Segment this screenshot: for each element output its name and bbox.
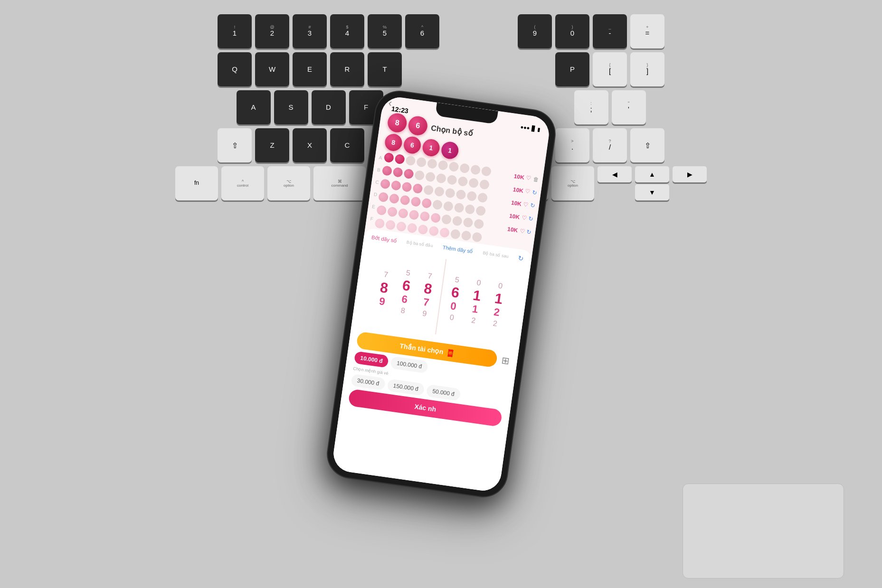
- dot-a10[interactable]: [481, 166, 492, 177]
- dot-f6[interactable]: [428, 226, 439, 237]
- key-q[interactable]: Q: [218, 52, 252, 86]
- key-arrow-right[interactable]: ▶: [673, 166, 707, 182]
- key-6[interactable]: ^6: [405, 14, 439, 48]
- key-shift-left[interactable]: ⇧: [218, 128, 252, 162]
- trash-icon-a[interactable]: 🗑: [532, 176, 539, 183]
- dot-e7[interactable]: [441, 214, 452, 225]
- dot-c10[interactable]: [477, 192, 488, 203]
- key-4[interactable]: $4: [330, 14, 364, 48]
- key-3[interactable]: #3: [293, 14, 327, 48]
- key-s[interactable]: S: [274, 90, 308, 124]
- amount-chip-10k[interactable]: 10.000 đ: [353, 351, 389, 368]
- key-w[interactable]: W: [255, 52, 289, 86]
- dot-d10[interactable]: [475, 206, 486, 217]
- dot-a4[interactable]: [416, 157, 427, 168]
- key-quote[interactable]: "': [612, 90, 646, 124]
- dot-d8[interactable]: [454, 202, 465, 213]
- amount-150k[interactable]: 150.000 đ: [387, 379, 425, 396]
- dot-b8[interactable]: [457, 176, 468, 187]
- heart-icon-e[interactable]: ♡: [519, 228, 525, 235]
- dot-e4[interactable]: [408, 209, 419, 220]
- dot-a7[interactable]: [448, 161, 459, 172]
- key-plus[interactable]: +=: [630, 14, 664, 48]
- key-0[interactable]: )0: [555, 14, 589, 48]
- key-slash[interactable]: ?/: [593, 128, 627, 162]
- dot-d6[interactable]: [432, 199, 443, 210]
- dot-a6[interactable]: [437, 160, 448, 171]
- dot-b5[interactable]: [425, 171, 436, 182]
- dot-d1[interactable]: [378, 192, 389, 203]
- dot-c9[interactable]: [466, 191, 477, 202]
- heart-icon-d[interactable]: ♡: [521, 214, 527, 221]
- dot-b1[interactable]: [381, 165, 392, 176]
- refresh-main-icon[interactable]: ↻: [518, 254, 524, 263]
- refresh-icon-e[interactable]: ↻: [526, 228, 532, 236]
- dot-c8[interactable]: [455, 189, 466, 200]
- dot-a1[interactable]: [383, 152, 394, 163]
- dot-d2[interactable]: [389, 193, 399, 204]
- key-p[interactable]: P: [555, 52, 589, 86]
- dot-a9[interactable]: [470, 164, 481, 175]
- dot-e1[interactable]: [376, 205, 387, 216]
- ball-1[interactable]: 1: [421, 138, 441, 158]
- dot-f10[interactable]: [472, 232, 483, 243]
- dot-c1[interactable]: [380, 179, 391, 190]
- key-d[interactable]: D: [312, 90, 346, 124]
- dot-c7[interactable]: [445, 188, 455, 199]
- bort-day-so-link[interactable]: Bớt dãy số: [371, 234, 397, 244]
- key-1[interactable]: !1: [218, 14, 252, 48]
- dot-e5[interactable]: [419, 211, 430, 222]
- key-shift-right[interactable]: ⇧: [630, 128, 664, 162]
- dot-a5[interactable]: [427, 158, 437, 169]
- dot-e9[interactable]: [463, 217, 474, 228]
- dot-e2[interactable]: [387, 207, 398, 218]
- dot-e10[interactable]: [474, 218, 484, 229]
- key-a[interactable]: A: [237, 90, 271, 124]
- amount-chip-100k[interactable]: 100.000 đ: [390, 356, 428, 374]
- dot-d7[interactable]: [443, 201, 454, 212]
- key-2[interactable]: @2: [255, 14, 289, 48]
- dot-f4[interactable]: [407, 223, 417, 234]
- trackpad[interactable]: [683, 484, 844, 579]
- dot-f1[interactable]: [374, 218, 385, 229]
- dot-e6[interactable]: [430, 213, 441, 224]
- dot-c6[interactable]: [434, 186, 445, 197]
- key-semicolon[interactable]: :;: [574, 90, 608, 124]
- key-fn[interactable]: fn: [175, 166, 218, 200]
- grid-button-icon[interactable]: ⊞: [501, 354, 510, 367]
- key-r[interactable]: R: [330, 52, 364, 86]
- dot-e3[interactable]: [398, 208, 408, 219]
- dot-a8[interactable]: [459, 163, 470, 174]
- dot-f8[interactable]: [450, 229, 461, 240]
- dot-a2[interactable]: [394, 154, 405, 165]
- heart-icon-b[interactable]: ♡: [524, 188, 531, 195]
- dot-e8[interactable]: [452, 216, 463, 227]
- key-minus[interactable]: _-: [593, 14, 627, 48]
- key-bracket-open[interactable]: {[: [593, 52, 627, 86]
- key-command-left[interactable]: ⌘command: [313, 166, 366, 200]
- key-control[interactable]: ^control: [221, 166, 264, 200]
- dot-f7[interactable]: [439, 227, 450, 238]
- heart-icon-a[interactable]: ♡: [525, 175, 531, 182]
- key-arrow-left[interactable]: ◀: [597, 166, 632, 182]
- dot-c3[interactable]: [401, 181, 412, 192]
- key-9[interactable]: (9: [518, 14, 552, 48]
- key-t[interactable]: T: [368, 52, 402, 86]
- key-5[interactable]: %5: [368, 14, 402, 48]
- dot-b10[interactable]: [479, 179, 490, 190]
- key-z[interactable]: Z: [255, 128, 289, 162]
- key-period[interactable]: >.: [555, 128, 589, 162]
- refresh-icon-d[interactable]: ↻: [528, 215, 533, 222]
- amount-50k[interactable]: 50.000 đ: [426, 384, 461, 401]
- key-bracket-close[interactable]: }]: [630, 52, 664, 86]
- dot-f2[interactable]: [385, 219, 396, 230]
- refresh-icon-b[interactable]: ↻: [531, 189, 537, 196]
- key-c[interactable]: C: [330, 128, 364, 162]
- dot-b7[interactable]: [446, 175, 457, 186]
- dot-c2[interactable]: [390, 180, 401, 191]
- dot-f3[interactable]: [396, 221, 407, 232]
- them-day-so-link[interactable]: Thêm dãy số: [442, 244, 474, 255]
- refresh-icon-c[interactable]: ↻: [530, 202, 535, 209]
- dot-c4[interactable]: [412, 183, 423, 194]
- dot-d3[interactable]: [399, 195, 410, 206]
